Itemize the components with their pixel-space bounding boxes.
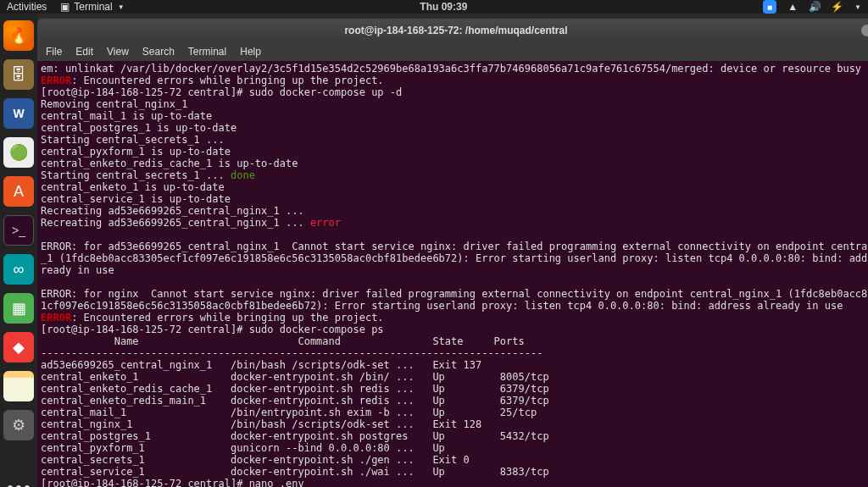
done-text: done <box>231 169 255 181</box>
line: : Encountered errors while bringing up t… <box>71 312 383 324</box>
ps-row: central_nginx_1 /bin/bash /scripts/odk-s… <box>41 418 549 430</box>
window-titlebar[interactable]: root@ip-184-168-125-72: /home/muqad/cent… <box>37 19 868 42</box>
software-icon: A <box>3 176 34 207</box>
terminal-icon: ▣ <box>58 1 70 13</box>
battery-icon[interactable]: ⚡ <box>831 1 843 13</box>
terminal-window: root@ip-184-168-125-72: /home/muqad/cent… <box>37 19 868 487</box>
network-icon[interactable]: ▲ <box>787 1 798 13</box>
terminal-menubar: File Edit View Search Terminal Help <box>37 42 868 61</box>
system-menu-chevron-icon[interactable]: ▼ <box>854 3 861 11</box>
ps-header: Name Command State Ports <box>41 335 537 347</box>
line: 1cf097e6c191858e6c56c3135058ac0cbf81bede… <box>41 300 843 312</box>
error-tag: ERROR <box>41 75 71 86</box>
activities-button[interactable]: Activities <box>7 1 47 13</box>
minimize-button[interactable] <box>861 25 868 36</box>
ps-row: central_enketo_redis_cache_1 docker-entr… <box>41 383 549 395</box>
prompt-line: [root@ip-184-168-125-72 central]# sudo d… <box>41 324 384 335</box>
word-icon: W <box>3 98 34 129</box>
line: _1 (1fdc8eb0acc83305ecf1cf097e6c191858e6… <box>41 252 868 264</box>
line: central_postgres_1 is up-to-date <box>41 122 236 134</box>
line: central_mail_1 is up-to-date <box>41 110 212 122</box>
chevron-down-icon: ▼ <box>118 3 125 11</box>
app-menu[interactable]: ▣ Terminal ▼ <box>58 1 124 13</box>
dock-terminal[interactable]: >_ <box>0 212 37 249</box>
volume-icon[interactable]: 🔊 <box>809 1 821 13</box>
apps-grid-icon <box>3 481 34 487</box>
dock-firefox[interactable]: 🔥 <box>0 17 37 54</box>
ps-sep: ----------------------------------------… <box>41 347 542 359</box>
dock-anydesk[interactable]: ◆ <box>0 329 37 366</box>
show-applications[interactable] <box>0 478 37 487</box>
line: ERROR: for ad53e6699265_central_nginx_1 … <box>41 241 868 252</box>
prompt-line: [root@ip-184-168-125-72 central]# nano .… <box>41 478 304 487</box>
dock-word[interactable]: W <box>0 95 37 132</box>
ps-row: central_mail_1 /bin/entrypoint.sh exim -… <box>41 407 549 418</box>
clock[interactable]: Thu 09:39 <box>125 1 763 13</box>
dock: 🔥 🗄 W 🟢 A >_ ∞ ▦ ◆ ⚙ <box>0 14 37 487</box>
line: Recreating ad53e6699265_central_nginx_1 … <box>41 205 304 217</box>
line: ready in use <box>41 264 114 276</box>
files-icon: 🗄 <box>3 59 34 90</box>
line: central_pyxform_1 is up-to-date <box>41 146 231 158</box>
line: central_enketo_redis_cache_1 is up-to-da… <box>41 158 298 169</box>
arduino-icon: ∞ <box>3 254 34 285</box>
menu-terminal[interactable]: Terminal <box>188 46 226 58</box>
ps-row: ad53e6699265_central_nginx_1 /bin/bash /… <box>41 359 549 371</box>
error-text: error <box>310 217 341 229</box>
ps-row: central_enketo_1 docker-entrypoint.sh /b… <box>41 371 549 383</box>
line: Starting central_secrets_1 ... <box>41 169 231 181</box>
android-studio-icon: 🟢 <box>3 137 34 168</box>
menu-edit[interactable]: Edit <box>75 46 93 58</box>
gear-icon: ⚙ <box>3 410 34 440</box>
line: em: unlinkat /var/lib/docker/overlay2/3c… <box>41 63 861 75</box>
menu-search[interactable]: Search <box>142 46 175 58</box>
dock-files[interactable]: 🗄 <box>0 56 37 93</box>
line: ERROR: for nginx Cannot start service ng… <box>41 288 868 300</box>
dock-calc[interactable]: ▦ <box>0 290 37 327</box>
terminal-body[interactable]: em: unlinkat /var/lib/docker/overlay2/3c… <box>37 61 868 487</box>
firefox-icon: 🔥 <box>3 20 34 51</box>
error-tag: ERROR <box>41 312 71 324</box>
prompt-line: [root@ip-184-168-125-72 central]# sudo d… <box>41 86 402 98</box>
terminal-dock-icon: >_ <box>3 215 34 246</box>
ps-row: central_enketo_redis_main_1 docker-entry… <box>41 395 549 407</box>
anydesk-icon: ◆ <box>3 332 34 362</box>
dock-settings[interactable]: ⚙ <box>0 407 37 444</box>
ps-row: central_service_1 docker-entrypoint.sh .… <box>41 466 549 478</box>
gnome-topbar: Activities ▣ Terminal ▼ Thu 09:39 ■ ▲ 🔊 … <box>0 0 868 14</box>
menu-file[interactable]: File <box>46 46 62 58</box>
line: : Encountered errors while bringing up t… <box>71 75 383 86</box>
dock-notes[interactable] <box>0 368 37 405</box>
line: Recreating ad53e6699265_central_nginx_1 … <box>41 217 310 229</box>
dock-arduino[interactable]: ∞ <box>0 251 37 288</box>
line: Removing central_nginx_1 <box>41 98 187 110</box>
ps-row: central_pyxform_1 gunicorn --bind 0.0.0.… <box>41 442 549 454</box>
app-menu-label: Terminal <box>74 1 112 13</box>
dock-software[interactable]: A <box>0 173 37 210</box>
window-title: root@ip-184-168-125-72: /home/muqad/cent… <box>54 25 858 36</box>
line: central_enketo_1 is up-to-date <box>41 181 225 193</box>
ps-row: central_postgres_1 docker-entrypoint.sh … <box>41 430 549 442</box>
ps-row: central_secrets_1 docker-entrypoint.sh .… <box>41 454 549 466</box>
zoom-indicator-icon[interactable]: ■ <box>763 0 776 14</box>
line: Starting central_secrets_1 ... <box>41 134 225 146</box>
notes-icon <box>3 371 34 401</box>
spreadsheet-icon: ▦ <box>3 293 34 324</box>
dock-android-studio[interactable]: 🟢 <box>0 134 37 171</box>
menu-help[interactable]: Help <box>240 46 261 58</box>
menu-view[interactable]: View <box>107 46 129 58</box>
line: central_service_1 is up-to-date <box>41 193 231 205</box>
